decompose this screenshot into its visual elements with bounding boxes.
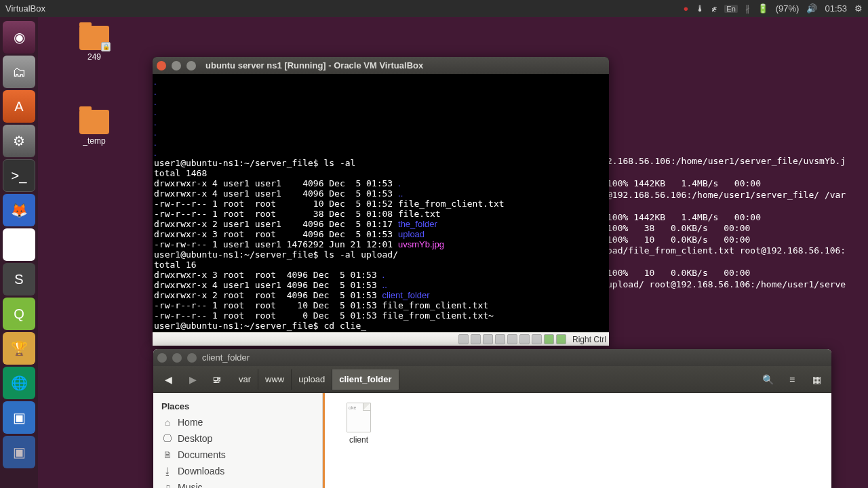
sidebar-item-music[interactable]: ♫Music xyxy=(153,479,322,488)
hostkey-label: Right Ctrl xyxy=(572,335,606,344)
shared-folder-icon[interactable] xyxy=(495,334,505,344)
sidebar-item-home[interactable]: ⌂Home xyxy=(153,414,322,430)
status-indicators: ● 🌡 ⸙ En ∦ 🔋 (97%) 🔊 01:53 ⚙ xyxy=(683,3,863,14)
documents-icon: 🗎 xyxy=(163,449,172,460)
files-sidebar: Places ⌂Home 🖵Desktop 🗎Documents ⭳Downlo… xyxy=(153,393,323,488)
virtualbox-window: ubuntu server ns1 [Running] - Oracle VM … xyxy=(153,57,609,346)
settings-icon[interactable]: ⚙ xyxy=(3,125,35,157)
desktop-folder-temp[interactable]: _temp xyxy=(71,110,118,146)
display-icon[interactable] xyxy=(507,334,517,344)
volume-icon[interactable]: 🔊 xyxy=(806,3,817,14)
background-terminal: 2.168.56.106:/home/user1/server_file/uvs… xyxy=(607,156,868,290)
cd-icon[interactable] xyxy=(471,334,481,344)
file-label: client xyxy=(349,435,368,445)
breadcrumb-www[interactable]: www xyxy=(258,369,292,390)
window-title: ubuntu server ns1 [Running] - Oracle VM … xyxy=(205,60,423,70)
menubar: VirtualBox ● 🌡 ⸙ En ∦ 🔋 (97%) 🔊 01:53 ⚙ xyxy=(0,0,868,17)
text-file-icon: oke xyxy=(347,403,371,432)
downloads-icon: ⭳ xyxy=(163,466,172,476)
forward-button[interactable]: ▶ xyxy=(183,370,202,389)
keyboard-layout[interactable]: En xyxy=(724,5,737,13)
files-toolbar: ◀ ▶ 🖳 var www upload client_folder 🔍 ≡ ▦ xyxy=(153,366,831,393)
desktop-folder-249[interactable]: 🔒 249 xyxy=(71,26,118,62)
vbox-statusbar: Right Ctrl xyxy=(153,332,609,346)
software-center-icon[interactable]: A xyxy=(3,90,35,123)
breadcrumb: var www upload client_folder xyxy=(232,369,399,390)
search-icon[interactable]: 🔍 xyxy=(758,370,777,389)
home-icon: ⌂ xyxy=(163,417,172,428)
minimize-icon[interactable] xyxy=(172,353,182,363)
music-icon: ♫ xyxy=(163,482,172,488)
computer-icon[interactable]: 🖳 xyxy=(208,370,226,389)
active-app-label: VirtualBox xyxy=(5,3,45,14)
desktop-folder-label: 249 xyxy=(71,52,118,62)
back-button[interactable]: ◀ xyxy=(159,370,178,389)
firefox-icon[interactable]: 🦊 xyxy=(3,194,35,226)
temp-icon[interactable]: 🌡 xyxy=(696,3,705,14)
desktop-icon: 🖵 xyxy=(163,433,172,444)
keyboard-capture-icon[interactable] xyxy=(556,334,566,344)
file-item-client[interactable]: oke client xyxy=(332,403,386,445)
sidebar-item-documents[interactable]: 🗎Documents xyxy=(153,447,322,463)
vbox-titlebar[interactable]: ubuntu server ns1 [Running] - Oracle VM … xyxy=(153,57,609,74)
minimize-icon[interactable] xyxy=(172,61,181,70)
sidebar-item-desktop[interactable]: 🖵Desktop xyxy=(153,430,322,447)
unity-launcher: ◉ 🗂 A ⚙ >_ 🦊 ◯ S Q 🏆 🌐 ▣ ▣ xyxy=(0,17,38,488)
desktop-folder-label: _temp xyxy=(71,136,118,146)
battery-pct: (97%) xyxy=(776,3,800,14)
maximize-icon[interactable] xyxy=(186,61,196,70)
sublime-icon[interactable]: S xyxy=(3,263,35,296)
usb-icon[interactable] xyxy=(483,334,493,344)
trophy-icon[interactable]: 🏆 xyxy=(3,332,35,365)
network-icon[interactable] xyxy=(519,334,530,344)
chrome-icon[interactable]: ◯ xyxy=(3,228,35,261)
file-manager-window: client_folder ◀ ▶ 🖳 var www upload clien… xyxy=(153,349,831,488)
close-icon[interactable] xyxy=(157,353,167,363)
qgis-icon[interactable]: Q xyxy=(3,298,35,330)
files-icon[interactable]: 🗂 xyxy=(3,56,35,88)
breadcrumb-upload[interactable]: upload xyxy=(292,369,332,390)
globe-icon[interactable]: 🌐 xyxy=(3,367,35,399)
gear-icon[interactable]: ⚙ xyxy=(854,3,863,14)
dash-icon[interactable]: ◉ xyxy=(3,21,35,54)
lock-icon: 🔒 xyxy=(101,42,111,52)
sidebar-heading: Places xyxy=(153,399,322,414)
sidebar-item-downloads[interactable]: ⭳Downloads xyxy=(153,463,322,479)
battery-icon[interactable]: 🔋 xyxy=(757,3,768,14)
mouse-capture-icon[interactable] xyxy=(544,334,554,344)
record-icon[interactable]: ● xyxy=(683,3,688,14)
window-title: client_folder xyxy=(202,352,250,363)
close-icon[interactable] xyxy=(157,61,166,70)
clipboard-icon[interactable] xyxy=(532,334,542,344)
breadcrumb-var[interactable]: var xyxy=(232,369,258,390)
bluetooth-icon[interactable]: ∦ xyxy=(745,3,750,14)
files-content-area[interactable]: oke client xyxy=(325,393,831,488)
view-grid-icon[interactable]: ▦ xyxy=(807,370,826,389)
terminal-icon[interactable]: >_ xyxy=(3,159,35,192)
virtualbox-icon[interactable]: ▣ xyxy=(3,401,35,434)
maximize-icon[interactable] xyxy=(187,353,197,363)
breadcrumb-client-folder[interactable]: client_folder xyxy=(332,369,399,390)
view-list-icon[interactable]: ≡ xyxy=(783,370,802,389)
wifi-icon[interactable]: ⸙ xyxy=(712,3,717,14)
files-titlebar[interactable]: client_folder xyxy=(153,349,831,366)
clock[interactable]: 01:53 xyxy=(825,3,847,14)
guest-terminal[interactable]: . . . . . . . . user1@ubuntu-ns1:~/serve… xyxy=(153,74,609,332)
hd-icon[interactable] xyxy=(458,334,469,344)
vm-preview-icon[interactable]: ▣ xyxy=(3,436,35,468)
